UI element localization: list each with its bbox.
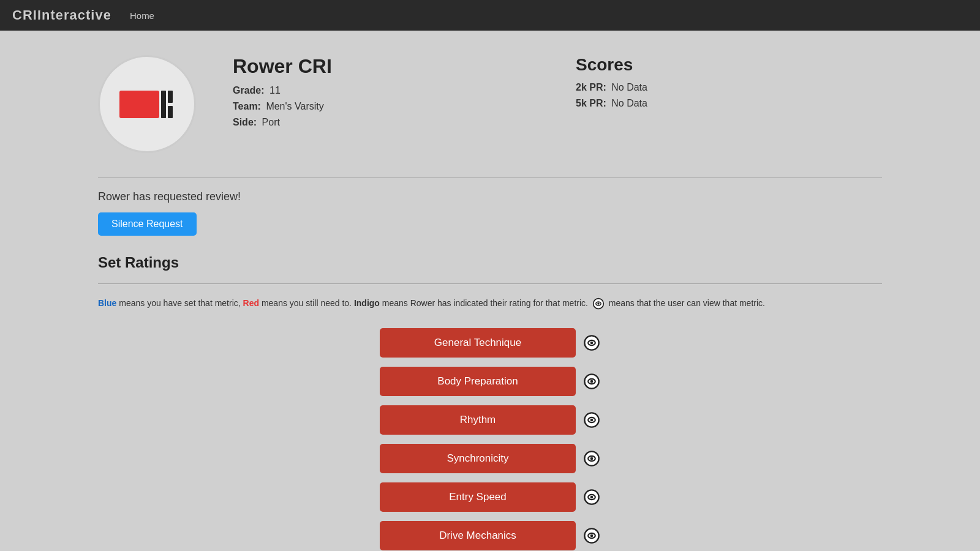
profile-side: Side: Port <box>233 117 539 128</box>
eye-icon-general-technique[interactable] <box>583 334 600 351</box>
profile-divider <box>98 178 882 178</box>
profile-team: Team: Men's Varsity <box>233 101 539 112</box>
brand-cri: CRI <box>12 7 37 23</box>
rating-row: Body Preparation <box>380 367 600 396</box>
silence-request-button[interactable]: Silence Request <box>98 212 197 236</box>
svg-point-24 <box>590 534 594 538</box>
eye-icon-entry-speed[interactable] <box>583 489 600 506</box>
eye-icon-rhythm[interactable] <box>583 411 600 429</box>
avatar <box>98 55 196 153</box>
eye-icon-synchronicity[interactable] <box>583 450 600 467</box>
main-content: Rower CRI Grade: 11 Team: Men's Varsity … <box>86 31 894 551</box>
svg-point-15 <box>590 419 594 422</box>
navbar: CRIInteractive Home <box>0 0 980 31</box>
blue-label: Blue <box>98 298 116 308</box>
rating-row: Entry Speed <box>380 482 600 512</box>
profile-side-value: Port <box>262 117 280 127</box>
review-request-text: Rower has requested review! <box>98 190 882 203</box>
rating-row: Rhythm <box>380 405 600 435</box>
score-2k: 2k PR: No Data <box>576 82 882 93</box>
red-label: Red <box>243 298 259 308</box>
svg-rect-1 <box>161 91 166 118</box>
ratings-list: General Technique Body Preparation Rhyth… <box>98 328 882 550</box>
eye-description-icon <box>592 298 605 310</box>
svg-point-21 <box>590 496 594 499</box>
rating-button-drive-mechanics[interactable]: Drive Mechanics <box>380 521 576 550</box>
score-5k: 5k PR: No Data <box>576 98 882 109</box>
score-2k-value: No Data <box>611 82 647 92</box>
eye-icon-body-preparation[interactable] <box>583 373 600 390</box>
score-5k-value: No Data <box>611 98 647 108</box>
rating-button-body-preparation[interactable]: Body Preparation <box>380 367 576 396</box>
ratings-divider <box>98 283 882 284</box>
scores-title: Scores <box>576 55 882 75</box>
svg-rect-0 <box>119 91 159 118</box>
avatar-logo <box>116 81 178 127</box>
rating-button-rhythm[interactable]: Rhythm <box>380 405 576 435</box>
svg-rect-3 <box>168 106 173 118</box>
profile-name: Rower CRI <box>233 55 539 78</box>
svg-point-6 <box>597 303 599 305</box>
eye-icon-drive-mechanics[interactable] <box>583 527 600 544</box>
profile-section: Rower CRI Grade: 11 Team: Men's Varsity … <box>98 55 882 153</box>
svg-point-12 <box>590 380 594 383</box>
navbar-brand: CRIInteractive <box>12 7 111 23</box>
profile-info: Rower CRI Grade: 11 Team: Men's Varsity … <box>233 55 539 133</box>
rating-row: General Technique <box>380 328 600 358</box>
svg-point-18 <box>590 457 594 460</box>
rating-row: Drive Mechanics <box>380 521 600 550</box>
rating-button-general-technique[interactable]: General Technique <box>380 328 576 358</box>
scores-section: Scores 2k PR: No Data 5k PR: No Data <box>576 55 882 114</box>
indigo-label: Indigo <box>354 298 380 308</box>
set-ratings-title: Set Ratings <box>98 254 882 271</box>
profile-grade: Grade: 11 <box>233 85 539 96</box>
profile-grade-value: 11 <box>270 85 281 96</box>
ratings-description: Blue means you have set that metric, Red… <box>98 296 882 310</box>
rating-button-synchronicity[interactable]: Synchronicity <box>380 444 576 473</box>
profile-team-value: Men's Varsity <box>266 101 323 111</box>
home-link[interactable]: Home <box>130 10 154 21</box>
brand-interactive: Interactive <box>37 7 111 23</box>
svg-point-9 <box>590 342 594 345</box>
rating-row: Synchronicity <box>380 444 600 473</box>
rating-button-entry-speed[interactable]: Entry Speed <box>380 482 576 512</box>
svg-rect-2 <box>168 91 173 103</box>
